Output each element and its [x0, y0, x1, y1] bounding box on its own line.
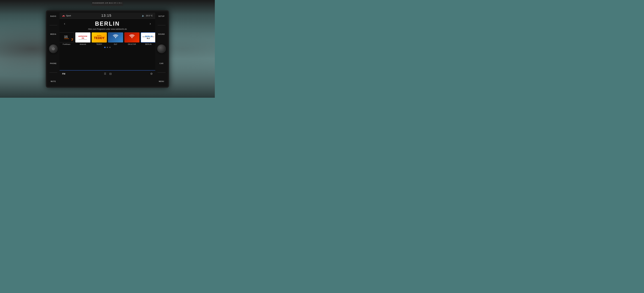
berlin-label: BERLIN	[145, 43, 152, 45]
setup-button[interactable]: SETUP	[158, 15, 165, 18]
radio-content: ‹ BERLIN › Alles zum Programm unter www.…	[60, 19, 155, 70]
volume-knob[interactable]	[157, 44, 166, 53]
station-tile-dkultur[interactable]: DKULTUR	[124, 33, 140, 45]
temperature: 20.5 °C	[146, 15, 153, 17]
next-station-button[interactable]: ›	[148, 21, 153, 27]
band-selector[interactable]: FM	[62, 73, 65, 75]
berlin-frequency: 88,8	[147, 38, 150, 39]
dkultur-wifi-icon	[129, 34, 135, 41]
status-right: 🔈 20.5 °C	[142, 14, 153, 17]
airbag-icon-2: ⊘	[121, 2, 122, 4]
berlin-main-text: BERLIN	[145, 36, 153, 38]
dashboard: PASSENGER AIR BAG OFF ⊗ ON ⊘ RADIO MEDIA…	[0, 0, 215, 98]
antenne-label: Antennb	[80, 43, 86, 45]
infotainment-screen-unit: RADIO MEDIA ⏻ PHONE MUTE 🚗 Sport	[46, 11, 169, 88]
hardware-left-panel: RADIO MEDIA ⏻ PHONE MUTE	[47, 11, 60, 87]
funkhaus-logo-inner: FUNK HAUS EUROPA 7	[60, 33, 74, 42]
volume-icon: 🔈	[142, 14, 144, 17]
bottom-icons: ☰ ⊟	[104, 72, 112, 76]
media-button[interactable]: MEDIA	[50, 33, 57, 36]
radio-button[interactable]: RADIO	[50, 15, 57, 18]
berlin-radio-prefix: radio	[142, 36, 145, 37]
airbag-off-status: OFF	[114, 2, 116, 4]
settings-button[interactable]: ⚙	[150, 72, 153, 76]
status-left: 🚗 Sport	[62, 14, 71, 17]
sound-button[interactable]: SOUND	[158, 33, 166, 36]
airbag-icon-1: ⊗	[117, 2, 118, 4]
airbag-on-status: ON	[118, 2, 120, 4]
dot-1	[104, 47, 106, 48]
car-status-icon: 🚗	[62, 14, 65, 17]
station-name: BERLIN	[67, 21, 148, 27]
infotainment-unit: RADIO MEDIA ⏻ PHONE MUTE 🚗 Sport	[46, 11, 169, 88]
drive-mode: Sport	[66, 15, 71, 17]
airbag-label: PASSENGER AIR BAG	[92, 2, 113, 4]
antenne-logo: antenne rbb BRANDENBURG	[75, 33, 90, 43]
station-tile-antenne[interactable]: antenne rbb BRANDENBURG Antennb	[75, 33, 90, 45]
clock: 13:15	[101, 14, 112, 18]
funkhaus-logo: FUNK HAUS EUROPA 7	[60, 33, 74, 43]
power-knob[interactable]: ⏻	[49, 44, 58, 53]
antenne-rbb-text: rbb	[82, 37, 84, 39]
pagination-dots	[104, 47, 110, 48]
station-tile-dlf[interactable]: DLF	[108, 33, 123, 45]
dlf-logo	[108, 33, 123, 43]
funkhaus-text-europa: EUROPA	[64, 38, 69, 39]
status-bar: 🚗 Sport 13:15 🔈 20.5 °C	[60, 13, 155, 19]
station-tile-berlin[interactable]: radio BERLIN rbb 88,8 BERLIN	[141, 33, 155, 45]
mute-button[interactable]: MUTE	[50, 80, 56, 83]
divider-r2	[158, 72, 166, 73]
hardware-right-panel: SETUP SOUND CAR MENU	[155, 11, 168, 87]
teddy-label: TEDDY	[96, 43, 102, 45]
berlin-logo-inner: radio BERLIN rbb 88,8	[141, 33, 155, 42]
dkultur-label: DKULTUR	[128, 43, 136, 45]
station-tiles-row: FUNK HAUS EUROPA 7 Funkhaus	[62, 33, 153, 45]
antenne-main-text: antenne	[78, 35, 88, 37]
dlf-wifi-icon	[112, 34, 119, 41]
dot-3	[109, 47, 110, 48]
teddy-radio-text: RADIO	[97, 35, 102, 36]
funkhaus-number: 7	[71, 38, 73, 42]
teddy-logo: RADIO TEDDY	[92, 33, 107, 43]
power-icon: ⏻	[49, 45, 58, 53]
menu-button[interactable]: MENU	[158, 80, 165, 83]
antenne-logo-inner: antenne rbb BRANDENBURG	[76, 33, 90, 42]
station-tile-funkhaus[interactable]: FUNK HAUS EUROPA 7 Funkhaus	[60, 33, 74, 45]
station-header: ‹ BERLIN ›	[62, 21, 153, 27]
teddy-logo-inner: RADIO TEDDY	[92, 33, 106, 42]
bottom-bar: FM ☰ ⊟ ⚙	[60, 70, 155, 77]
dkultur-logo	[124, 33, 140, 43]
car-button[interactable]: CAR	[159, 62, 164, 65]
berlin-logo-row: radio BERLIN rbb	[142, 36, 154, 38]
funkhaus-text-haus: HAUS	[64, 37, 68, 38]
dlf-logo-inner	[108, 33, 123, 42]
funkhaus-label: Funkhaus	[63, 43, 70, 45]
prev-station-button[interactable]: ‹	[62, 21, 67, 27]
berlin-rbb-tag: rbb	[153, 36, 154, 37]
phone-button[interactable]: PHONE	[50, 62, 57, 65]
station-tile-teddy[interactable]: RADIO TEDDY TEDDY	[92, 33, 107, 45]
scan-button[interactable]: ⊟	[109, 72, 112, 76]
antenne-sub-text: BRANDENBURG	[79, 39, 87, 40]
funkhaus-text-block: FUNK HAUS EUROPA	[64, 35, 69, 40]
station-info: Alles zum Programm unter www.radioberlin…	[88, 28, 127, 30]
divider-2	[50, 72, 57, 73]
list-view-button[interactable]: ☰	[104, 72, 106, 75]
main-screen: 🚗 Sport 13:15 🔈 20.5 °C ‹ BERLIN	[60, 13, 155, 77]
dkultur-logo-inner	[125, 33, 139, 42]
teddy-main-text: TEDDY	[94, 36, 104, 40]
top-vent-area: PASSENGER AIR BAG OFF ⊗ ON ⊘	[92, 0, 123, 6]
berlin-logo: radio BERLIN rbb 88,8	[141, 33, 155, 43]
dot-2	[107, 47, 108, 48]
dlf-label: DLF	[114, 43, 117, 45]
